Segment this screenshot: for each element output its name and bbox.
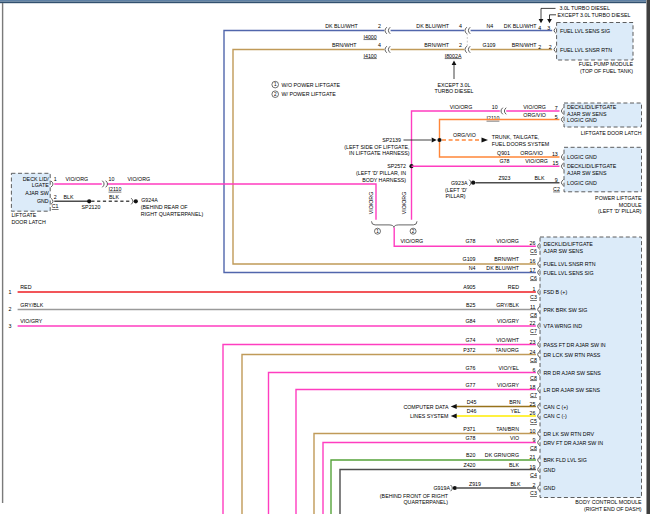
svg-text:YEL: YEL	[510, 408, 520, 414]
svg-text:9: 9	[533, 437, 536, 443]
svg-text:VIO/ORG: VIO/ORG	[401, 238, 424, 244]
svg-text:1: 1	[533, 286, 536, 292]
svg-text:LOGIC GND: LOGIC GND	[567, 180, 597, 186]
svg-text:DK GRN/ORG: DK GRN/ORG	[485, 452, 519, 458]
svg-text:RR DR AJAR SW SENS: RR DR AJAR SW SENS	[544, 370, 602, 376]
svg-text:9: 9	[555, 177, 558, 183]
svg-text:1: 1	[9, 289, 12, 295]
svg-text:D45: D45	[467, 399, 477, 405]
svg-text:Z919: Z919	[469, 481, 481, 487]
svg-text:DOOR LATCH: DOOR LATCH	[11, 219, 46, 225]
svg-text:16: 16	[530, 258, 536, 264]
svg-text:2: 2	[274, 92, 277, 97]
svg-text:C1: C1	[52, 203, 59, 209]
svg-text:COMPUTER DATA: COMPUTER DATA	[403, 404, 449, 410]
svg-text:26: 26	[530, 410, 536, 416]
svg-text:G77: G77	[465, 382, 475, 388]
svg-text:10: 10	[530, 428, 536, 434]
svg-text:2: 2	[459, 42, 462, 48]
svg-text:VIO/ORG: VIO/ORG	[523, 104, 546, 110]
svg-text:VIO/GRY: VIO/GRY	[497, 318, 519, 324]
svg-text:I4100: I4100	[364, 53, 377, 59]
svg-text:C3: C3	[530, 490, 537, 496]
svg-text:C8: C8	[530, 312, 537, 318]
svg-text:A905: A905	[463, 284, 475, 290]
svg-text:DK BLU/WHT: DK BLU/WHT	[325, 23, 358, 29]
svg-text:3: 3	[547, 25, 550, 31]
svg-text:C3: C3	[530, 294, 537, 300]
svg-text:1: 1	[274, 82, 277, 87]
svg-text:DR LK SW RTN DRV: DR LK SW RTN DRV	[544, 431, 595, 437]
svg-text:BLK: BLK	[63, 194, 73, 200]
svg-text:FUEL PUMP MODULE: FUEL PUMP MODULE	[579, 61, 634, 67]
svg-text:C7: C7	[530, 392, 537, 398]
svg-text:25: 25	[530, 401, 536, 407]
svg-text:5: 5	[555, 114, 558, 120]
svg-text:22: 22	[530, 320, 536, 326]
svg-text:(TOP OF FUEL TANK): (TOP OF FUEL TANK)	[580, 68, 633, 74]
svg-text:LOGIC GND: LOGIC GND	[567, 117, 597, 123]
svg-text:VIO: VIO	[510, 435, 519, 441]
svg-text:24: 24	[530, 349, 536, 355]
svg-text:10: 10	[109, 176, 115, 182]
svg-text:BLK: BLK	[509, 462, 519, 468]
svg-text:BODY CONTROL MODULE: BODY CONTROL MODULE	[575, 499, 642, 505]
svg-text:VIO/YEL: VIO/YEL	[498, 365, 519, 371]
svg-text:FUEL DOORS SYSTEM: FUEL DOORS SYSTEM	[492, 141, 550, 147]
svg-text:C7: C7	[530, 328, 537, 334]
svg-text:AJAR SW: AJAR SW	[25, 190, 49, 196]
svg-text:FUEL LVL SNSR RTN: FUEL LVL SNSR RTN	[544, 261, 596, 267]
svg-text:W/ POWER LIFTGATE: W/ POWER LIFTGATE	[282, 91, 337, 97]
svg-text:LIFTGATE: LIFTGATE	[11, 212, 36, 218]
svg-text:VIO/ORG: VIO/ORG	[368, 192, 374, 215]
svg-text:FUEL LVL SNSR RTN: FUEL LVL SNSR RTN	[560, 47, 612, 53]
svg-text:4: 4	[459, 23, 462, 29]
svg-text:(LEFT 'D' PILLAR): (LEFT 'D' PILLAR)	[598, 208, 642, 214]
svg-text:AJAR SW SENS: AJAR SW SENS	[567, 170, 607, 176]
svg-text:7: 7	[555, 105, 558, 111]
svg-text:PRK BRK SW SIG: PRK BRK SW SIG	[544, 307, 588, 313]
svg-text:RIGHT QUARTERPANEL): RIGHT QUARTERPANEL)	[141, 211, 204, 217]
svg-text:2: 2	[538, 44, 541, 50]
svg-text:POWER LIFTGATE: POWER LIFTGATE	[595, 195, 642, 201]
svg-text:SP2139: SP2139	[382, 137, 401, 143]
svg-text:FUEL LVL SENS SIG: FUEL LVL SENS SIG	[560, 28, 610, 34]
svg-text:19: 19	[530, 464, 536, 470]
svg-text:BRN: BRN	[509, 399, 520, 405]
svg-text:CAN C (+): CAN C (+)	[544, 404, 569, 410]
svg-text:P371: P371	[463, 426, 475, 432]
svg-text:C8: C8	[530, 445, 537, 451]
svg-text:DRV FT DR AJAR SW IN: DRV FT DR AJAR SW IN	[544, 440, 604, 446]
svg-text:G919A: G919A	[434, 485, 451, 491]
svg-text:LGATE: LGATE	[32, 182, 49, 188]
svg-text:VIO/WHT: VIO/WHT	[496, 337, 519, 343]
svg-text:DR LCK SW RTN PASS: DR LCK SW RTN PASS	[544, 352, 601, 358]
svg-text:LIFTGATE DOOR LATCH: LIFTGATE DOOR LATCH	[581, 130, 642, 136]
svg-text:FUEL LVL SENS SIG: FUEL LVL SENS SIG	[544, 270, 594, 276]
svg-text:SP2120: SP2120	[82, 204, 101, 210]
svg-text:AJAR SW SENS: AJAR SW SENS	[567, 111, 607, 117]
svg-text:C5: C5	[530, 418, 537, 424]
svg-text:G74: G74	[465, 337, 475, 343]
svg-text:VIO/ORG: VIO/ORG	[401, 192, 407, 215]
svg-text:I2110: I2110	[109, 186, 122, 192]
svg-text:2: 2	[533, 482, 536, 488]
svg-text:DECKLID/LIFTGATE: DECKLID/LIFTGATE	[567, 104, 617, 110]
svg-text:6: 6	[533, 367, 536, 373]
svg-text:(RIGHT END OF DASH): (RIGHT END OF DASH)	[584, 506, 642, 512]
svg-text:G924A: G924A	[141, 197, 158, 203]
svg-text:CAN C (-): CAN C (-)	[544, 413, 567, 419]
svg-text:IN LIFTGATE HARNESS): IN LIFTGATE HARNESS)	[349, 150, 410, 156]
svg-text:(LEFT 'D': (LEFT 'D'	[445, 187, 467, 193]
svg-text:DK BLU/WHT: DK BLU/WHT	[486, 265, 519, 271]
svg-text:C8: C8	[530, 375, 537, 381]
svg-text:VIO/GRY: VIO/GRY	[20, 318, 42, 324]
svg-text:(LEFT SIDE OF LIFTGATE,: (LEFT SIDE OF LIFTGATE,	[344, 144, 409, 150]
svg-text:C6: C6	[530, 275, 537, 281]
svg-text:23: 23	[530, 339, 536, 345]
svg-text:17: 17	[530, 267, 536, 273]
svg-text:4: 4	[538, 25, 541, 31]
svg-text:EXCEPT 3.0L: EXCEPT 3.0L	[438, 82, 471, 88]
svg-text:Q901: Q901	[497, 150, 510, 156]
svg-text:PASS FT DR AJAR SW IN: PASS FT DR AJAR SW IN	[544, 342, 606, 348]
